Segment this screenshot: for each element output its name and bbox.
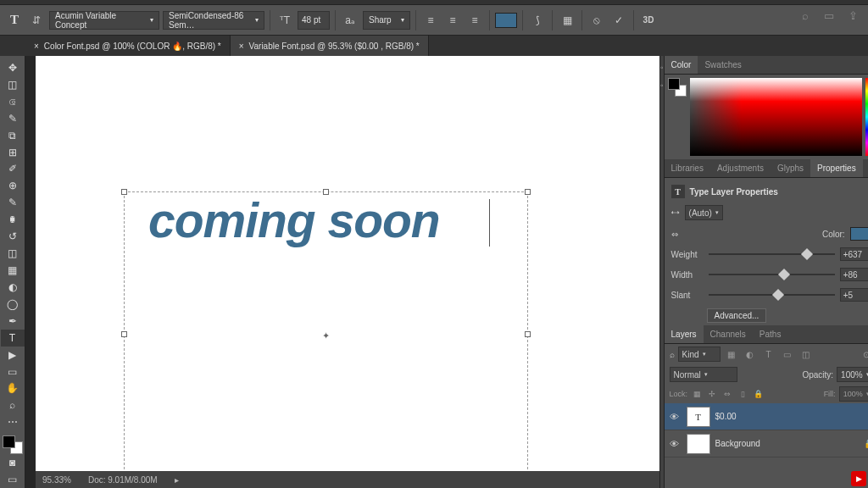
type-color-swatch[interactable]: [850, 227, 868, 241]
lock-artboard-icon[interactable]: ▯: [737, 388, 748, 400]
move-tool[interactable]: ✥: [1, 59, 25, 76]
filter-toggle[interactable]: ⊙: [859, 347, 868, 362]
advanced-button[interactable]: Advanced...: [707, 308, 767, 323]
lock-all-icon[interactable]: ▦: [691, 388, 703, 400]
type-orientation-button[interactable]: ⇵: [27, 11, 46, 30]
document-canvas[interactable]: ✦ coming soon: [36, 56, 659, 471]
font-family-dropdown[interactable]: Acumin Variable Concept: [49, 11, 159, 30]
font-style-dropdown[interactable]: SemiCondensed-86 Sem…: [163, 11, 264, 30]
cancel-button[interactable]: ⦸: [587, 11, 606, 30]
strip-icon[interactable]: ◦: [660, 63, 664, 72]
filter-pixel-icon[interactable]: ▦: [724, 347, 739, 362]
layer-row[interactable]: 👁 Background 🔒: [665, 430, 868, 458]
eyedropper-tool[interactable]: ✐: [1, 161, 25, 178]
visibility-toggle[interactable]: 👁: [670, 439, 682, 449]
resize-handle[interactable]: [121, 331, 127, 337]
anti-alias-dropdown[interactable]: Sharp: [363, 11, 410, 30]
color-picker-field[interactable]: [690, 78, 862, 156]
text-bounding-box[interactable]: ✦ coming soon: [124, 191, 528, 478]
fg-bg-mini-swatch[interactable]: [668, 78, 687, 97]
tab-properties[interactable]: Properties: [810, 159, 863, 177]
slant-value[interactable]: +5: [840, 288, 868, 302]
youtube-badge-icon[interactable]: ▶: [851, 471, 866, 486]
history-brush-tool[interactable]: ↺: [1, 228, 25, 245]
resize-handle[interactable]: [525, 331, 531, 337]
shape-tool[interactable]: ▭: [1, 363, 25, 380]
tab-paths[interactable]: Paths: [753, 325, 788, 343]
lasso-tool[interactable]: ⟃: [1, 93, 25, 110]
layer-thumbnail[interactable]: T: [687, 407, 710, 427]
zoom-level[interactable]: 95.33%: [42, 475, 71, 485]
layer-name[interactable]: $0.00: [715, 412, 737, 421]
lock-icon[interactable]: 🔒: [752, 388, 764, 400]
hand-tool[interactable]: ✋: [1, 380, 25, 397]
layer-name[interactable]: Background: [715, 439, 760, 448]
align-center-button[interactable]: ≡: [443, 11, 462, 30]
strip-icon[interactable]: ◦: [660, 80, 664, 90]
canvas-text[interactable]: coming soon: [148, 192, 440, 248]
resize-handle[interactable]: [121, 189, 127, 195]
layer-thumbnail[interactable]: [687, 434, 710, 454]
align-right-button[interactable]: ≡: [465, 11, 484, 30]
fill-input[interactable]: 100%: [839, 386, 868, 402]
marquee-tool[interactable]: ◫: [1, 76, 25, 93]
tab-layers[interactable]: Layers: [665, 325, 704, 343]
screen-mode-tool[interactable]: ▭: [1, 471, 25, 488]
tab-swatches[interactable]: Swatches: [698, 56, 748, 74]
leading-dropdown[interactable]: (Auto): [685, 205, 723, 220]
edit-toolbar[interactable]: ⋯: [1, 413, 25, 430]
width-value[interactable]: +86: [840, 268, 868, 281]
filter-smart-icon[interactable]: ◫: [798, 347, 814, 362]
weight-value[interactable]: +637: [840, 247, 868, 261]
filter-type-icon[interactable]: T: [761, 347, 776, 362]
foreground-background-swatch[interactable]: [3, 435, 23, 454]
share-icon[interactable]: ⇪: [844, 7, 861, 24]
quick-mask-tool[interactable]: ◙: [1, 454, 25, 471]
tab-color[interactable]: Color: [665, 56, 698, 74]
width-slider[interactable]: [709, 274, 835, 275]
tab-glyphs[interactable]: Glyphs: [771, 159, 810, 177]
search-icon[interactable]: ⌕: [797, 7, 814, 24]
commit-button[interactable]: ✓: [609, 11, 628, 30]
layer-row[interactable]: 👁 T $0.00: [665, 403, 868, 430]
hue-slider[interactable]: [865, 78, 868, 156]
resize-handle[interactable]: [525, 189, 531, 195]
weight-slider[interactable]: [709, 253, 835, 255]
status-arrow-icon[interactable]: ▸: [175, 475, 179, 485]
warp-text-button[interactable]: ⟆: [528, 11, 547, 30]
clone-tool[interactable]: ⧯: [1, 211, 25, 228]
gradient-tool[interactable]: ▦: [1, 262, 25, 279]
filter-adjust-icon[interactable]: ◐: [743, 347, 758, 362]
zoom-tool[interactable]: ⌕: [1, 396, 25, 413]
blend-mode-dropdown[interactable]: Normal: [670, 367, 737, 382]
healing-tool[interactable]: ⊕: [1, 177, 25, 194]
pen-tool[interactable]: ✒: [1, 313, 25, 330]
align-left-button[interactable]: ≡: [421, 11, 440, 30]
panel-menu-icon[interactable]: ≡: [863, 329, 868, 341]
path-select-tool[interactable]: ▶: [1, 347, 25, 363]
filter-shape-icon[interactable]: ▭: [780, 347, 795, 362]
font-size-input[interactable]: [298, 11, 330, 30]
lock-pixels-icon[interactable]: ⇔: [721, 388, 733, 400]
panel-menu-icon[interactable]: ≡: [863, 59, 868, 71]
blur-tool[interactable]: ◐: [1, 279, 25, 296]
text-color-swatch[interactable]: [495, 13, 517, 28]
type-tool[interactable]: T: [1, 330, 25, 347]
brush-tool[interactable]: ✎: [1, 194, 25, 211]
three-d-button[interactable]: 3D: [639, 11, 658, 30]
tab-libraries[interactable]: Libraries: [665, 159, 710, 177]
tab-channels[interactable]: Channels: [704, 325, 753, 343]
eraser-tool[interactable]: ◫: [1, 245, 25, 262]
lock-position-icon[interactable]: ✢: [706, 388, 718, 400]
tab-adjustments[interactable]: Adjustments: [710, 159, 771, 177]
arrange-icon[interactable]: ▭: [821, 7, 837, 24]
opacity-input[interactable]: 100%: [837, 367, 868, 382]
filter-kind-dropdown[interactable]: Kind: [678, 347, 721, 362]
document-tab[interactable]: × Variable Font.psd @ 95.3% ($0.00 , RGB…: [231, 36, 429, 56]
slant-slider[interactable]: [709, 294, 835, 296]
dodge-tool[interactable]: ◯: [1, 296, 25, 313]
character-panel-button[interactable]: ▦: [558, 11, 576, 30]
crop-tool[interactable]: ⧉: [1, 127, 25, 144]
doc-info[interactable]: Doc: 9.01M/8.00M: [88, 475, 158, 485]
document-tab[interactable]: × Color Font.psd @ 100% (COLOR 🔥, RGB/8)…: [25, 36, 231, 56]
